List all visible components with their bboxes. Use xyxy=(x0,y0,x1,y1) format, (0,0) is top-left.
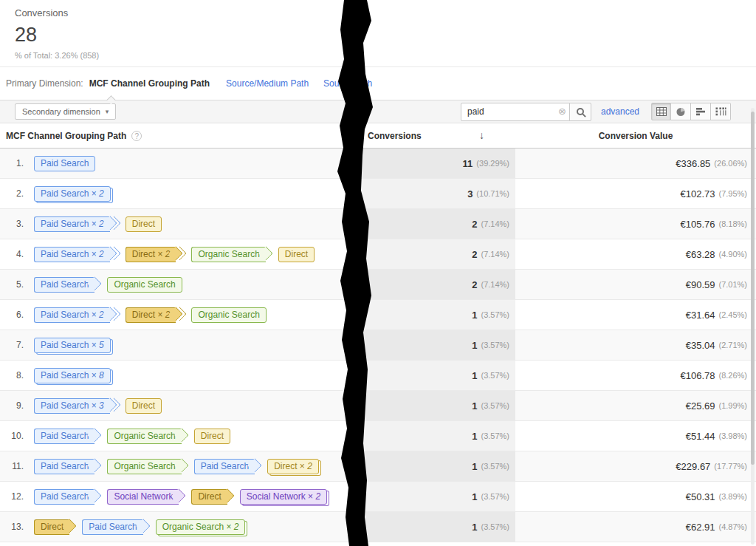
conversion-value-cell: €62.91(4.87%) xyxy=(515,512,756,542)
conversion-value-percent: (3.89%) xyxy=(718,492,747,501)
conversions-percent: (10.71%) xyxy=(476,189,509,198)
table-view-button[interactable] xyxy=(651,103,671,120)
conversion-value-amount: €31.64 xyxy=(686,310,715,321)
channel-path: Paid Search × 5 xyxy=(34,338,118,353)
conversion-value-cell: €105.76(8.18%) xyxy=(515,209,756,239)
scrollbar-thumb[interactable] xyxy=(751,112,755,465)
chevron-tip xyxy=(87,488,102,503)
conversions-count: 2 xyxy=(472,219,477,230)
path-cell: 13.DirectPaid SearchOrganic Search × 2 xyxy=(0,512,362,542)
toolbar-right-group: ⊗ advanced xyxy=(461,103,731,121)
conversions-cell: 3(10.71%) xyxy=(362,179,515,208)
channel-badge-direct: Direct × 2 xyxy=(126,247,176,262)
conversions-count: 11 xyxy=(463,158,473,169)
dimension-mcf-channel-grouping-path[interactable]: MCF Channel Grouping Path xyxy=(89,78,210,89)
conversion-value-percent: (3.98%) xyxy=(718,431,747,440)
pivot-view-button[interactable] xyxy=(711,103,731,120)
pie-chart-icon xyxy=(676,107,686,117)
secondary-dimension-button[interactable]: Secondary dimension ▾ xyxy=(15,103,116,120)
conversion-value-cell: €25.69(1.99%) xyxy=(515,391,756,420)
conversions-percent: (3.57%) xyxy=(481,462,509,471)
channel-path: Paid SearchOrganic SearchDirect xyxy=(34,429,238,444)
repeat-count: × 2 xyxy=(224,522,238,532)
channel-badge-direct: Direct xyxy=(194,429,230,444)
channel-path: Paid Search xyxy=(34,156,103,171)
sort-descending-icon[interactable]: ↓ xyxy=(479,129,484,141)
chevron-tip xyxy=(258,246,273,261)
channel-badge-paid-search: Paid Search xyxy=(34,277,94,293)
channel-badge-organic-search: Organic Search xyxy=(107,459,181,474)
channel-badge-social-network: Social Network xyxy=(107,489,179,505)
path-cell: 6.Paid Search × 2Direct × 2Organic Searc… xyxy=(0,300,362,330)
table-row: 2.Paid Search × 23(10.71%)€102.73(7.95%) xyxy=(0,179,756,209)
channel-path: Paid Search × 8 xyxy=(34,368,118,383)
help-icon[interactable]: ? xyxy=(131,131,142,141)
table-row: 8.Paid Search × 81(3.57%)€106.78(8.26%) xyxy=(0,361,756,391)
performance-view-button[interactable] xyxy=(691,103,711,120)
table-row: 13.DirectPaid SearchOrganic Search × 21(… xyxy=(0,512,756,542)
repeat-count: × 2 xyxy=(155,249,170,259)
repeat-count: × 2 xyxy=(155,310,170,320)
channel-path: Paid SearchOrganic SearchPaid SearchDire… xyxy=(34,459,326,474)
conversions-percent: (3.57%) xyxy=(481,431,509,440)
conversions-cell: 1(3.57%) xyxy=(362,361,515,390)
conversion-value-amount: €102.73 xyxy=(680,188,715,199)
column-header-path[interactable]: MCF Channel Grouping Path ? xyxy=(0,131,362,141)
conversion-value-cell: €63.28(4.90%) xyxy=(515,239,756,269)
repeat-count: × 2 xyxy=(297,461,312,471)
chevron-tip xyxy=(62,519,77,533)
conversions-count: 2 xyxy=(472,279,477,290)
conversions-count: 1 xyxy=(472,340,477,351)
row-rank: 10. xyxy=(0,431,34,441)
search-input[interactable] xyxy=(461,103,570,121)
table-row: 9.Paid Search × 3Direct1(3.57%)€25.69(1.… xyxy=(0,391,756,421)
search-box: ⊗ xyxy=(461,103,570,121)
chevron-tip xyxy=(220,488,235,503)
conversion-value-cell: €336.85(26.06%) xyxy=(515,149,756,178)
row-rank: 9. xyxy=(0,400,34,411)
advanced-search-link[interactable]: advanced xyxy=(601,106,639,117)
repeat-count: × 5 xyxy=(89,340,103,350)
vertical-scrollbar[interactable] xyxy=(751,108,755,545)
table-row: 5.Paid SearchOrganic Search2(7.14%)€90.5… xyxy=(0,270,756,300)
column-header-conversion-value[interactable]: Conversion Value xyxy=(515,131,756,141)
channel-path: Paid Search × 2 xyxy=(34,186,118,202)
table-toolbar: Secondary dimension ▾ ⊗ advanced xyxy=(0,100,756,123)
conversions-cell: 1(3.57%) xyxy=(362,330,515,360)
conversion-value-amount: €106.78 xyxy=(680,370,715,381)
channel-badge-paid-search: Paid Search × 2 xyxy=(34,216,110,232)
dimension-source-path-link[interactable]: Source Path xyxy=(323,78,372,89)
conversion-value-amount: €63.28 xyxy=(686,249,715,260)
path-cell: 9.Paid Search × 3Direct xyxy=(0,391,362,420)
clear-search-icon[interactable]: ⊗ xyxy=(558,106,566,117)
channel-badge-paid-search: Paid Search × 2 xyxy=(34,186,111,202)
column-header-conversions[interactable]: Conversions ↓ xyxy=(362,131,515,141)
channel-badge-organic-search: Organic Search xyxy=(191,247,265,262)
conversions-count: 1 xyxy=(472,431,477,442)
percentage-view-button[interactable] xyxy=(671,103,691,120)
channel-badge-direct: Direct xyxy=(278,247,315,262)
channel-badge-paid-search: Paid Search × 2 xyxy=(34,247,110,262)
mcf-top-conversion-paths-report: Conversions 28 % of Total: 3.26% (858) P… xyxy=(0,0,756,546)
metric-label: Conversions xyxy=(15,7,756,18)
conversions-cell: 2(7.14%) xyxy=(362,239,515,269)
conversions-cell: 11(39.29%) xyxy=(362,149,515,178)
search-button[interactable] xyxy=(569,103,591,121)
conversion-value-cell: €51.44(3.98%) xyxy=(515,421,756,451)
repeat-count: × 2 xyxy=(89,310,103,320)
conversions-percent: (3.57%) xyxy=(481,522,509,531)
chevron-down-icon: ▾ xyxy=(106,108,109,115)
primary-dimension-bar: Primary Dimension: MCF Channel Grouping … xyxy=(0,67,756,100)
path-cell: 8.Paid Search × 8 xyxy=(0,361,362,390)
conversion-value-cell: €102.73(7.95%) xyxy=(515,179,756,208)
conversions-percent: (3.57%) xyxy=(481,401,509,410)
dimension-source-medium-path-link[interactable]: Source/Medium Path xyxy=(226,78,309,89)
chevron-tip xyxy=(87,276,102,291)
channel-badge-paid-search: Paid Search xyxy=(82,519,142,535)
conversions-percent: (3.57%) xyxy=(481,310,509,319)
table-row: 3.Paid Search × 2Direct2(7.14%)€105.76(8… xyxy=(0,209,756,239)
channel-path: Paid SearchOrganic Search xyxy=(34,277,190,293)
primary-dimension-label: Primary Dimension: xyxy=(6,78,83,89)
channel-badge-paid-search: Paid Search xyxy=(34,156,95,171)
channel-badge-social-network: Social Network × 2 xyxy=(240,489,327,505)
